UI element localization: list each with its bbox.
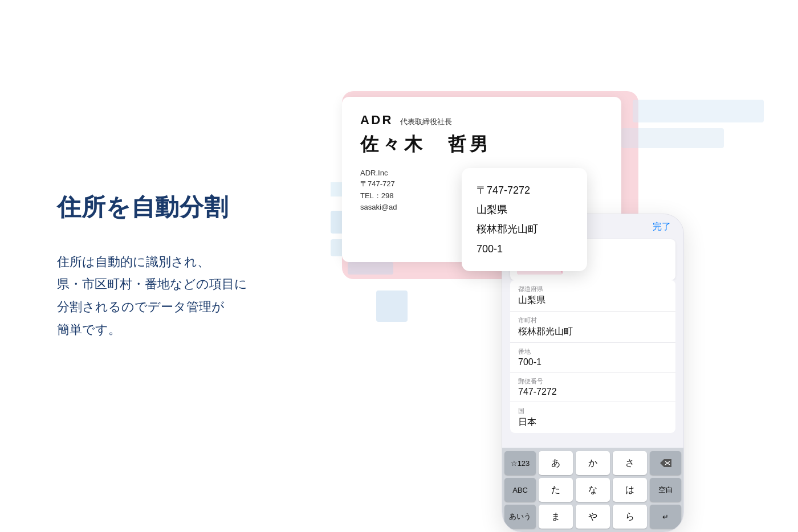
phone-keyboard: ☆123 あ か さ ABC た な <box>502 448 683 532</box>
field-value-country: 日本 <box>518 416 667 428</box>
field-value-postal: 747-7272 <box>518 387 667 397</box>
key-ka[interactable]: か <box>576 451 610 475</box>
card-company: ADR <box>360 113 393 128</box>
field-prefecture: 都道府県 山梨県 <box>510 280 675 312</box>
field-city: 市町村 桜林郡光山町 <box>510 312 675 343</box>
card-position: 代表取締役社長 <box>400 117 452 127</box>
field-value-prefecture: 山梨県 <box>518 294 667 306</box>
key-enter[interactable]: ↵ <box>650 505 681 529</box>
key-na[interactable]: な <box>576 478 610 502</box>
bg-light-rect-top <box>633 100 764 122</box>
bg-light-rect-top2 <box>621 128 724 148</box>
field-label-postal: 郵便番号 <box>518 377 667 386</box>
done-button[interactable]: 完了 <box>653 221 673 233</box>
field-value-city: 桜林郡光山町 <box>518 326 667 338</box>
card-header: ADR 代表取締役社長 <box>360 113 603 128</box>
popup-line-2: 山梨県 <box>477 200 572 219</box>
field-label-country: 国 <box>518 407 667 415</box>
key-delete[interactable] <box>650 451 681 475</box>
delete-icon <box>660 459 671 467</box>
key-space[interactable]: 空白 <box>650 478 681 502</box>
keyboard-row-2: ABC た な は 空白 <box>504 478 681 502</box>
main-title: 住所を自動分割 <box>57 191 331 223</box>
left-section: 住所を自動分割 住所は自動的に識別され、 県・市区町村・番地などの項目に 分割さ… <box>0 191 331 341</box>
key-ha[interactable]: は <box>613 478 647 502</box>
address-popup: 〒747-7272 山梨県 桜林郡光山町 700-1 <box>462 168 587 271</box>
desc-line-2: 県・市区町村・番地などの項目に <box>57 277 247 291</box>
right-section: ADR 代表取締役社長 佐々木 哲男 ADR.Inc 〒747-727 TEL：… <box>331 0 798 532</box>
field-postal: 郵便番号 747-7272 <box>510 373 675 402</box>
popup-line-1: 〒747-7272 <box>477 181 572 200</box>
desc-line-1: 住所は自動的に識別され、 <box>57 255 210 269</box>
bg-blue-rect-4 <box>348 262 393 275</box>
enter-icon: ↵ <box>662 513 669 521</box>
popup-line-3: 桜林郡光山町 <box>477 219 572 239</box>
bg-blue-small-1 <box>376 290 408 322</box>
key-sa[interactable]: さ <box>613 451 647 475</box>
key-hiragana[interactable]: あいう <box>504 505 536 529</box>
field-label-prefecture: 都道府県 <box>518 285 667 293</box>
key-abc[interactable]: ABC <box>504 478 536 502</box>
key-ra[interactable]: ら <box>613 505 647 529</box>
key-ta[interactable]: た <box>539 478 573 502</box>
phone-address-fields: 都道府県 山梨県 市町村 桜林郡光山町 番地 700-1 郵便番号 747-72… <box>502 280 683 433</box>
card-name: 佐々木 哲男 <box>360 132 603 157</box>
description: 住所は自動的に識別され、 県・市区町村・番地などの項目に 分割されるのでデータ管… <box>57 251 331 341</box>
desc-line-4: 簡単です。 <box>57 322 121 337</box>
field-country: 国 日本 <box>510 402 675 433</box>
key-symbols[interactable]: ☆123 <box>504 451 536 475</box>
field-label-banchi: 番地 <box>518 347 667 356</box>
page-wrapper: 住所を自動分割 住所は自動的に識別され、 県・市区町村・番地などの項目に 分割さ… <box>0 0 798 532</box>
field-value-banchi: 700-1 <box>518 357 667 367</box>
key-ya[interactable]: や <box>576 505 610 529</box>
key-ma[interactable]: ま <box>539 505 573 529</box>
desc-line-3: 分割されるのでデータ管理が <box>57 300 225 314</box>
field-label-city: 市町村 <box>518 316 667 325</box>
field-banchi: 番地 700-1 <box>510 343 675 373</box>
keyboard-row-3: あいう ま や ら ↵ <box>504 505 681 529</box>
key-a[interactable]: あ <box>539 451 573 475</box>
keyboard-row-1: ☆123 あ か さ <box>504 451 681 475</box>
popup-line-4: 700-1 <box>477 239 572 259</box>
